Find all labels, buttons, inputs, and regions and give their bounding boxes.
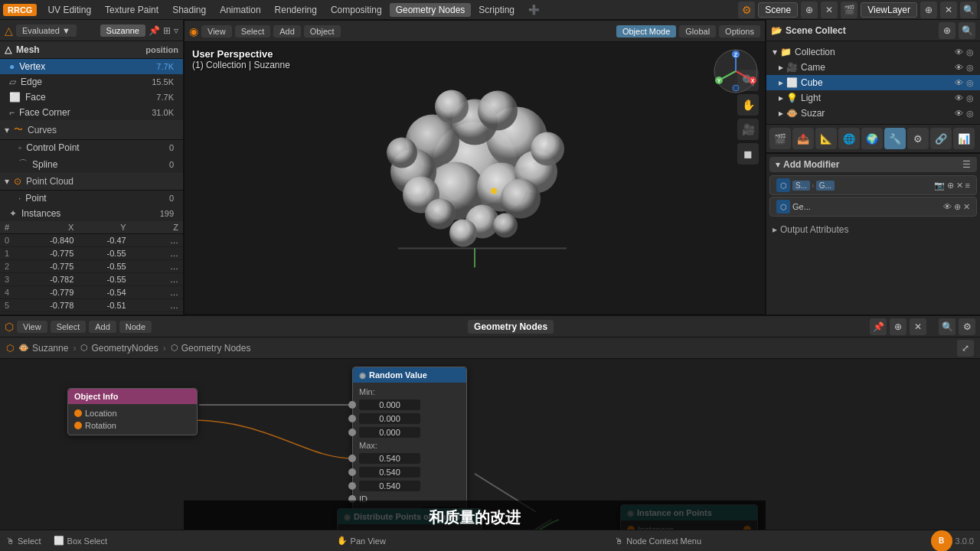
light-render-icon[interactable]: ◎ [966,93,974,103]
modifier-props-btn[interactable]: 🔧 [884,128,906,149]
light-eye-icon[interactable]: 👁 [955,93,963,103]
scene-options-btn[interactable]: ⊕ [801,2,818,18]
search-scene-btn[interactable]: 🔍 [959,22,975,39]
view-props-btn[interactable]: 📐 [815,128,837,149]
node-view-btn[interactable]: View [17,321,47,333]
particles-props-btn[interactable]: ⚙ [907,128,929,149]
table-row[interactable]: 0-0.840-0.47… [0,234,183,247]
vertex-item[interactable]: ● Vertex 7.7K [0,59,183,74]
pan-view-status[interactable]: ✋ Pan View [337,536,386,546]
cube-item[interactable]: ▸ ⬜ Cube 👁 ◎ [766,75,980,90]
world-props-btn[interactable]: 🌍 [861,128,883,149]
select-status[interactable]: 🖱 Select [6,536,41,546]
copy-icon[interactable]: ⊕ [947,181,954,191]
viewlayer-selector[interactable]: ViewLayer [861,2,917,18]
instances-item[interactable]: ✦ Instances 199 [0,206,183,221]
scene-close-btn[interactable]: ✕ [821,2,838,18]
table-row[interactable]: 5-0.778-0.51… [0,299,183,312]
pointcloud-section[interactable]: ▾ ⊙ Point Cloud [0,173,183,191]
node-add-btn[interactable]: Add [89,321,116,333]
evaluated-btn[interactable]: Evaluated ▼ [16,24,77,37]
scene-props-btn[interactable]: 🌐 [838,128,860,149]
pin-node-btn[interactable]: 📌 [870,318,887,335]
suzanne-btn[interactable]: Suzanne [100,24,145,37]
suzar-item[interactable]: ▸ 🐵 Suzar 👁 ◎ [766,106,980,121]
table-row[interactable]: 1-0.775-0.55… [0,247,183,260]
select-btn[interactable]: Select [235,25,271,37]
viewport-3d[interactable]: User Perspective (1) Collection | Suzann… [185,42,765,314]
geonode-modifier2[interactable]: ⬡ Ge... 👁 ⊕ ✕ [769,197,977,217]
suzar-render-icon[interactable]: ◎ [966,109,974,119]
camera-view-btn[interactable]: 🎥 [737,119,759,140]
add-modifier-header[interactable]: ▾ Add Modifier ☰ [769,157,977,172]
cube-eye-icon[interactable]: 👁 [955,78,963,87]
viewlayer-options-btn[interactable]: ⊕ [920,2,937,18]
table-row[interactable]: 2-0.775-0.55… [0,260,183,273]
scene-selector[interactable]: Scene [758,2,798,18]
render-icon[interactable]: ◎ [966,47,974,57]
spline-item[interactable]: ⌒ Spline 0 [0,155,183,173]
node-node-btn[interactable]: Node [119,321,152,333]
view-btn[interactable]: View [201,25,232,37]
eye2-icon[interactable]: 👁 [943,202,952,212]
suzar-eye-icon[interactable]: 👁 [955,109,963,118]
cam-render-icon[interactable]: ◎ [966,63,974,73]
float-node[interactable]: ◉ Random Value Min: 0.000 0.000 0.000 Ma… [352,367,467,523]
collection-item[interactable]: ▾ 📁 Collection 👁 ◎ [766,44,980,60]
data-props-btn[interactable]: 📊 [953,128,975,149]
geonode-modifier[interactable]: ⬡ S... › G... 📷 ⊕ ✕ ≡ [769,175,977,195]
breadcrumb-geonodes2[interactable]: ⬡ Geometry Nodes [171,343,251,354]
tab-texture-paint[interactable]: Texture Paint [99,3,165,17]
breadcrumb-suzanne[interactable]: 🐵 Suzanne [18,343,68,354]
node-context-status[interactable]: 🖱 Node Context Menu [615,536,701,546]
camera-item[interactable]: ▸ 🎥 Came 👁 ◎ [766,60,980,75]
tab-animation[interactable]: Animation [214,3,266,17]
tab-rendering[interactable]: Rendering [269,3,323,17]
tab-compositing[interactable]: Compositing [325,3,388,17]
search-btn[interactable]: 🔍 [960,2,977,18]
copy-node-btn[interactable]: ⊕ [890,318,906,335]
light-item[interactable]: ▸ 💡 Light 👁 ◎ [766,90,980,106]
node-view-zoom-btn[interactable]: 🔍 [939,318,956,335]
render-preview-btn[interactable]: ◼ [737,143,759,165]
object-info-node[interactable]: Object Info Location Rotation [67,388,198,435]
table-row[interactable]: 3-0.782-0.55… [0,273,183,286]
tab-shading[interactable]: Shading [166,3,212,17]
node-settings-btn[interactable]: ⚙ [959,318,975,335]
cam-eye-icon[interactable]: 👁 [955,63,963,72]
point-item[interactable]: · Point 0 [0,191,183,206]
cam-icon[interactable]: 📷 [934,181,945,191]
object-btn[interactable]: Object [304,25,341,37]
output-attributes[interactable]: ▸ Output Attributes [766,221,980,238]
close-node-btn[interactable]: ✕ [910,318,926,335]
tab-scripting[interactable]: Scripting [472,3,521,17]
expand-editor-btn[interactable]: ⤢ [957,340,974,357]
eye-icon[interactable]: 👁 [955,47,963,57]
hand-btn[interactable]: ✋ [737,94,759,116]
face-item[interactable]: ⬜ Face 7.7K [0,90,183,105]
curves-section[interactable]: ▾ 〜 Curves [0,120,183,140]
facecorner-item[interactable]: ⌐ Face Corner 31.0K [0,105,183,120]
object-mode-btn[interactable]: Object Mode [616,25,676,37]
tab-uv-editing[interactable]: UV Editing [41,3,97,17]
breadcrumb-geonodes[interactable]: ⬡ GeometryNodes [80,343,158,354]
node-select-btn[interactable]: Select [51,321,87,333]
tab-geometry-nodes[interactable]: Geometry Nodes [390,3,472,17]
control-point-item[interactable]: ◦ Control Point 0 [0,140,183,155]
cube-render-icon[interactable]: ◎ [966,78,974,88]
render-props-btn[interactable]: 🎬 [769,128,791,149]
output-props-btn[interactable]: 📤 [792,128,814,149]
delete2-icon[interactable]: ✕ [963,202,970,212]
copy2-icon[interactable]: ⊕ [954,202,961,212]
viewlayer-close-btn[interactable]: ✕ [940,2,957,18]
new-scene-btn[interactable]: ⊕ [939,22,956,39]
add-btn[interactable]: Add [273,25,301,37]
delete-mod-icon[interactable]: ✕ [956,181,963,191]
constraints-props-btn[interactable]: 🔗 [930,128,952,149]
global-btn[interactable]: Global [679,25,716,37]
edge-item[interactable]: ▱ Edge 15.5K [0,74,183,90]
options-btn[interactable]: Options [719,25,760,37]
box-select-status[interactable]: ⬜ Box Select [54,536,108,546]
table-row[interactable]: 4-0.779-0.54… [0,286,183,299]
more-icon[interactable]: ≡ [965,181,970,191]
